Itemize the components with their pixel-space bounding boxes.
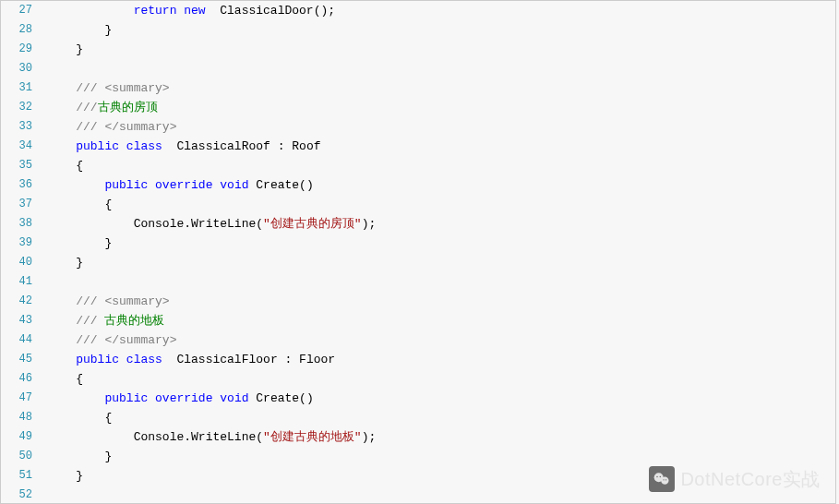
line-content: { <box>40 369 83 389</box>
svg-point-5 <box>665 479 666 480</box>
token-pn: } <box>104 450 112 463</box>
token-pn: { <box>76 372 83 386</box>
code-line: 47 public override void Create() <box>1 389 835 408</box>
token-kw: void <box>220 391 248 405</box>
code-line: 40 } <box>1 253 835 272</box>
token-pn: } <box>104 236 112 250</box>
token-kw: return <box>134 4 177 18</box>
token-pn <box>148 391 155 405</box>
token-pn: ); <box>362 430 377 444</box>
token-cg: 古典的地板 <box>104 314 164 328</box>
line-number: 39 <box>1 234 40 253</box>
token-pn <box>119 353 126 366</box>
token-pn: ClassicalRoof : Roof <box>162 139 321 153</box>
line-content: /// </summary> <box>40 330 176 350</box>
code-line: 30 <box>1 59 835 78</box>
line-content: public override void Create() <box>40 175 314 195</box>
token-kw: override <box>155 178 212 192</box>
line-number: 47 <box>1 389 40 408</box>
wechat-icon <box>649 466 675 492</box>
token-kw: public <box>76 139 119 153</box>
watermark-text: DotNetCore实战 <box>680 467 821 492</box>
code-line: 50 } <box>1 447 835 466</box>
line-content: } <box>40 447 112 466</box>
token-kw: public <box>76 353 119 366</box>
line-content: Console.WriteLine("创建古典的房顶"); <box>40 214 376 234</box>
code-line: 43 /// 古典的地板 <box>1 311 835 330</box>
line-content: ///古典的房顶 <box>40 98 158 117</box>
line-number: 33 <box>1 117 40 137</box>
line-number: 30 <box>1 59 40 78</box>
code-line: 44 /// </summary> <box>1 330 835 350</box>
token-pn: } <box>76 42 83 56</box>
token-cm: /// <box>76 101 97 114</box>
token-kw: override <box>155 391 212 405</box>
code-line: 27 return new ClassicalDoor(); <box>1 1 835 20</box>
line-content: Console.WriteLine("创建古典的地板"); <box>40 427 376 447</box>
code-line: 42 /// <summary> <box>1 292 835 311</box>
line-content: /// <summary> <box>40 78 170 98</box>
code-line: 48 { <box>1 408 835 427</box>
token-kw: public <box>104 391 148 405</box>
line-number: 32 <box>1 98 40 117</box>
token-cm: /// <box>76 314 104 328</box>
line-content: /// </summary> <box>40 117 176 137</box>
code-line: 34 public class ClassicalRoof : Roof <box>1 137 835 156</box>
token-pn: { <box>76 159 83 173</box>
token-cm: /// <summary> <box>76 81 169 95</box>
line-number: 46 <box>1 369 40 389</box>
line-number: 44 <box>1 330 40 350</box>
token-pn: } <box>76 256 83 270</box>
token-cm: /// <summary> <box>76 294 169 308</box>
code-block: 27 return new ClassicalDoor();28 }29 }30… <box>0 0 836 504</box>
line-content: return new ClassicalDoor(); <box>40 1 335 20</box>
line-content: } <box>40 253 83 272</box>
token-pn: } <box>76 469 83 483</box>
line-content: { <box>40 195 112 214</box>
line-number: 43 <box>1 311 40 330</box>
code-line: 38 Console.WriteLine("创建古典的房顶"); <box>1 214 835 234</box>
line-content: } <box>40 234 112 253</box>
code-line: 39 } <box>1 234 835 253</box>
token-kw: void <box>220 178 248 192</box>
token-pn: } <box>104 23 112 37</box>
line-number: 27 <box>1 1 40 20</box>
token-pn: ClassicalDoor(); <box>206 4 335 18</box>
watermark: DotNetCore实战 <box>649 466 821 492</box>
token-str: "创建古典的地板" <box>263 430 362 444</box>
code-line: 41 <box>1 272 835 292</box>
token-kw: public <box>104 178 148 192</box>
line-number: 51 <box>1 466 40 486</box>
code-line: 49 Console.WriteLine("创建古典的地板"); <box>1 427 835 447</box>
line-number: 35 <box>1 156 40 175</box>
token-pn: Create() <box>249 178 314 192</box>
line-number: 40 <box>1 253 40 272</box>
code-line: 36 public override void Create() <box>1 175 835 195</box>
code-line: 35 { <box>1 156 835 175</box>
line-number: 36 <box>1 175 40 195</box>
code-line: 28 } <box>1 20 835 40</box>
line-number: 49 <box>1 427 40 447</box>
code-line: 31 /// <summary> <box>1 78 835 98</box>
line-content: } <box>40 20 112 40</box>
token-pn: Console.WriteLine( <box>134 430 263 444</box>
line-number: 31 <box>1 78 40 98</box>
line-number: 29 <box>1 40 40 59</box>
line-number: 34 <box>1 137 40 156</box>
token-pn: Create() <box>249 391 314 405</box>
code-line: 32 ///古典的房顶 <box>1 98 835 117</box>
line-number: 41 <box>1 272 40 292</box>
token-cg: 古典的房顶 <box>98 101 158 114</box>
line-content: } <box>40 40 83 59</box>
svg-point-3 <box>660 476 662 478</box>
line-number: 42 <box>1 292 40 311</box>
code-lines: 27 return new ClassicalDoor();28 }29 }30… <box>1 1 835 504</box>
line-number: 28 <box>1 20 40 40</box>
token-kw: class <box>126 139 162 153</box>
line-content: public override void Create() <box>40 389 314 408</box>
line-number: 38 <box>1 214 40 234</box>
line-number: 37 <box>1 195 40 214</box>
line-content: { <box>40 408 112 427</box>
token-kw: class <box>126 353 162 366</box>
line-content: { <box>40 156 83 175</box>
